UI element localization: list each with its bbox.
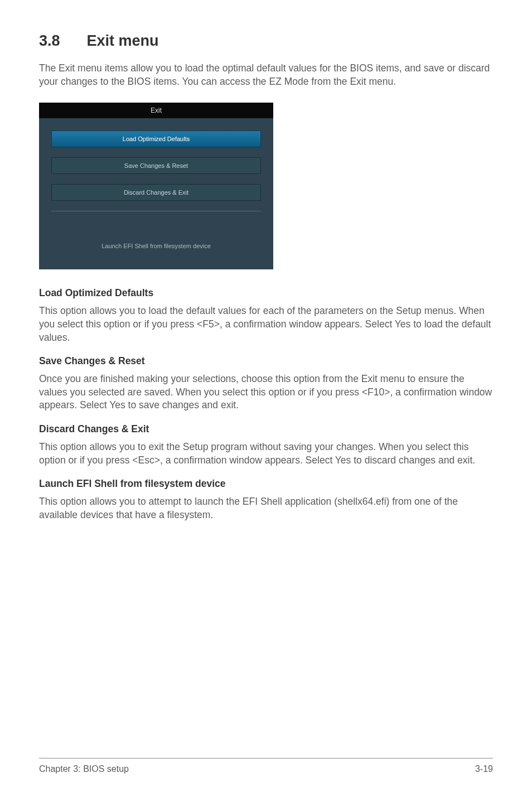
bios-load-defaults-button[interactable]: Load Optimized Defaults (51, 131, 261, 147)
load-defaults-body: This option allows you to load the defau… (39, 305, 493, 344)
launch-efi-body: This option allows you to attempt to lau… (39, 495, 493, 521)
footer-chapter: Chapter 3: BIOS setup (39, 764, 129, 774)
bios-exit-panel: Exit Load Optimized Defaults Save Change… (39, 103, 273, 269)
save-reset-body: Once you are finished making your select… (39, 373, 493, 412)
section-title: Exit menu (87, 32, 159, 49)
bios-discard-exit-button[interactable]: Discard Changes & Exit (51, 184, 261, 201)
load-defaults-heading: Load Optimized Defaults (39, 287, 493, 299)
intro-paragraph: The Exit menu items allow you to load th… (39, 62, 493, 88)
section-number: 3.8 (39, 32, 60, 50)
discard-exit-body: This option allows you to exit the Setup… (39, 441, 493, 467)
section-header: 3.8Exit menu (39, 32, 493, 50)
page-footer: Chapter 3: BIOS setup 3-19 (39, 758, 493, 774)
bios-save-reset-button[interactable]: Save Changes & Reset (51, 157, 261, 174)
footer-page-number: 3-19 (475, 764, 493, 774)
bios-panel-body: Load Optimized Defaults Save Changes & R… (39, 118, 273, 269)
launch-efi-heading: Launch EFI Shell from filesystem device (39, 478, 493, 490)
bios-panel-title: Exit (39, 103, 273, 118)
save-reset-heading: Save Changes & Reset (39, 355, 493, 367)
discard-exit-heading: Discard Changes & Exit (39, 423, 493, 435)
bios-launch-efi-shell[interactable]: Launch EFI Shell from filesystem device (51, 211, 261, 255)
